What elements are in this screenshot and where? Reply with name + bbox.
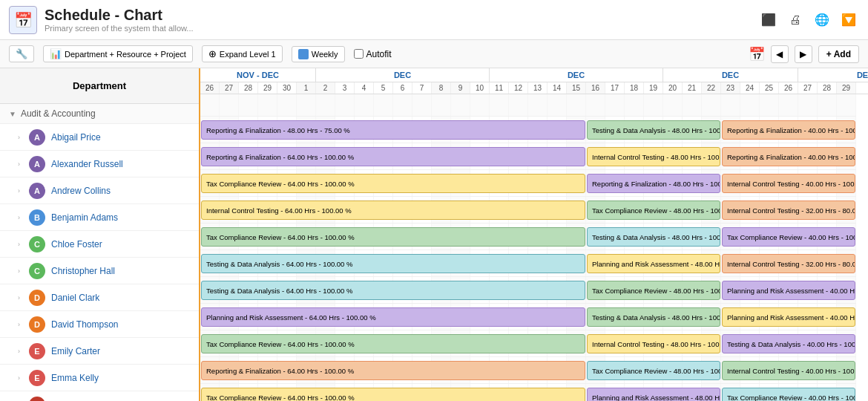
task-bar[interactable]: Testing & Data Analysis - 64.00 Hrs - 10…	[201, 281, 585, 300]
avatar: A	[29, 129, 45, 146]
toolbar: 🔧 📊 Department + Resource + Project ⊕ Ex…	[0, 40, 868, 68]
chart-row: Testing & Data Analysis - 64.00 Hrs - 10…	[200, 250, 856, 277]
task-bar[interactable]: Tax Compliance Review - 48.00 Hrs - 100.…	[587, 361, 720, 380]
autofit-container[interactable]: Autofit	[354, 49, 392, 59]
add-button[interactable]: + Add	[818, 45, 859, 63]
task-bar[interactable]: Tax Compliance Review - 64.00 Hrs - 100.…	[201, 174, 585, 193]
task-bar[interactable]: Planning and Risk Assessment - 40.00 Hrs…	[722, 281, 855, 300]
person-row[interactable]: › D David Thompson	[0, 311, 199, 338]
period-icon	[298, 49, 309, 59]
task-bar[interactable]: Internal Control Testing - 40.00 Hrs - 1…	[722, 174, 855, 193]
chart-row: Reporting & Finalization - 48.00 Hrs - 7…	[200, 117, 856, 143]
period-label: Weekly	[312, 50, 338, 59]
person-row[interactable]: › A Alexander Russell	[0, 151, 199, 177]
department-column-header: Department	[0, 68, 199, 104]
task-bar[interactable]: Reporting & Finalization - 64.00 Hrs - 1…	[201, 361, 585, 380]
day-cell: 28	[239, 82, 258, 94]
calendar-icon[interactable]: 📅	[749, 46, 765, 62]
row-expand-icon: ›	[18, 134, 20, 141]
task-bar[interactable]: Testing & Data Analysis - 64.00 Hrs - 10…	[201, 254, 585, 273]
task-bar[interactable]: Reporting & Finalization - 48.00 Hrs - 7…	[201, 120, 585, 140]
day-cell: 21	[683, 82, 702, 94]
task-bar[interactable]: Internal Control Testing - 64.00 Hrs - 1…	[201, 200, 585, 220]
avatar: C	[29, 263, 45, 279]
print-icon[interactable]: 🖨	[785, 10, 806, 30]
day-cell: 15	[567, 82, 586, 94]
task-bar[interactable]: Planning and Risk Assessment - 40.00 Hrs…	[722, 307, 855, 327]
task-bar[interactable]: Tax Compliance Review - 40.00 Hrs - 100.…	[722, 227, 855, 247]
day-cell: 27	[220, 82, 239, 94]
row-expand-icon: ›	[18, 214, 20, 221]
avatar: D	[29, 290, 45, 306]
row-expand-icon: ›	[18, 187, 20, 195]
task-bar[interactable]: Tax Compliance Review - 64.00 Hrs - 100.…	[201, 334, 585, 353]
export-icon[interactable]: ⬛	[758, 10, 779, 30]
person-row[interactable]: › E Emma Kelly	[0, 365, 199, 391]
month-row: NOV - DECDECDECDECDEC	[200, 68, 868, 82]
task-bar[interactable]: Tax Compliance Review - 48.00 Hrs - 100.…	[587, 200, 720, 220]
task-bar[interactable]: Tax Compliance Review - 40.00 Hrs - 100.…	[722, 388, 855, 401]
day-cell: 19	[644, 82, 663, 94]
person-row[interactable]: › A Andrew Collins	[0, 177, 199, 204]
person-row[interactable]: › D Daniel Clark	[0, 284, 199, 311]
task-bar[interactable]: Internal Control Testing - 40.00 Hrs - 1…	[722, 361, 855, 380]
task-bar[interactable]: Testing & Data Analysis - 48.00 Hrs - 10…	[587, 227, 720, 247]
chart-row: Reporting & Finalization - 64.00 Hrs - 1…	[200, 143, 856, 170]
task-bar[interactable]: Internal Control Testing - 32.00 Hrs - 8…	[722, 254, 855, 273]
task-bar[interactable]: Testing & Data Analysis - 48.00 Hrs - 10…	[587, 120, 720, 140]
expand-button[interactable]: ⊕ Expand Level 1	[202, 45, 283, 62]
task-bar[interactable]: Reporting & Finalization - 40.00 Hrs - 1…	[722, 147, 855, 166]
person-row[interactable]: › B Benjamin Adams	[0, 204, 199, 231]
people-list: › A Abigail Price › A Alexander Russell …	[0, 124, 199, 401]
dept-chart-row	[200, 94, 856, 117]
filter-group-button[interactable]: 📊 Department + Resource + Project	[43, 45, 193, 62]
task-bar[interactable]: Planning and Risk Assessment - 48.00 Hrs…	[587, 254, 720, 273]
person-row[interactable]: › C Chloe Foster	[0, 231, 199, 258]
person-row[interactable]: › E Emily Carter	[0, 338, 199, 365]
prev-button[interactable]: ◀	[771, 45, 789, 63]
task-bar[interactable]: Internal Control Testing - 32.00 Hrs - 8…	[722, 200, 855, 220]
chart-header: NOV - DECDECDECDECDEC 262728293012345678…	[200, 68, 868, 94]
person-row[interactable]: › H Hannah Lewis	[0, 391, 199, 401]
autofit-checkbox[interactable]	[354, 49, 364, 59]
chart-panel[interactable]: NOV - DECDECDECDECDEC 262728293012345678…	[200, 68, 868, 401]
day-cell: 2	[316, 82, 335, 94]
row-expand-icon: ›	[18, 374, 20, 382]
task-bar[interactable]: Reporting & Finalization - 40.00 Hrs - 1…	[722, 120, 855, 140]
header-right: ⬛ 🖨 🌐 🔽	[758, 10, 859, 30]
autofit-label: Autofit	[366, 49, 392, 59]
task-bar[interactable]: Reporting & Finalization - 48.00 Hrs - 1…	[587, 174, 720, 193]
app-header: 📅 Schedule - Chart Primary screen of the…	[0, 0, 868, 40]
tools-button[interactable]: 🔧	[9, 45, 34, 62]
task-bar[interactable]: Tax Compliance Review - 64.00 Hrs - 100.…	[201, 388, 585, 401]
task-bar[interactable]: Tax Compliance Review - 48.00 Hrs - 100.…	[587, 281, 720, 300]
avatar: B	[29, 209, 45, 226]
next-button[interactable]: ▶	[795, 45, 812, 63]
day-cell: 16	[586, 82, 605, 94]
day-cell: 27	[798, 82, 818, 94]
task-bar[interactable]: Planning and Risk Assessment - 64.00 Hrs…	[201, 307, 585, 327]
chart-row: Tax Compliance Review - 64.00 Hrs - 100.…	[200, 170, 856, 197]
task-bar[interactable]: Reporting & Finalization - 64.00 Hrs - 1…	[201, 147, 585, 166]
row-expand-icon: ›	[18, 267, 20, 275]
day-cell: 18	[625, 82, 644, 94]
globe-icon[interactable]: 🌐	[812, 10, 832, 30]
filter-icon[interactable]: 🔽	[838, 10, 859, 30]
task-bar[interactable]: Testing & Data Analysis - 40.00 Hrs - 10…	[722, 334, 855, 353]
person-row[interactable]: › A Abigail Price	[0, 124, 199, 151]
task-bar[interactable]: Planning and Risk Assessment - 48.00 Hrs…	[587, 388, 720, 401]
day-cell: 24	[740, 82, 760, 94]
task-bar[interactable]: Internal Control Testing - 48.00 Hrs - 1…	[587, 147, 720, 166]
chart-row: Tax Compliance Review - 64.00 Hrs - 100.…	[200, 384, 856, 401]
app-title: Schedule - Chart Primary screen of the s…	[45, 7, 194, 33]
day-cell: 4	[355, 82, 374, 94]
dept-group-audit[interactable]: ▼ Audit & Accounting	[0, 104, 199, 124]
period-button[interactable]: Weekly	[292, 46, 345, 62]
month-cell: DEC	[316, 68, 490, 82]
day-cell: 7	[412, 82, 432, 94]
task-bar[interactable]: Internal Control Testing - 48.00 Hrs - 1…	[587, 334, 720, 353]
task-bar[interactable]: Testing & Data Analysis - 48.00 Hrs - 10…	[587, 307, 720, 327]
task-bar[interactable]: Tax Compliance Review - 64.00 Hrs - 100.…	[201, 227, 585, 247]
person-name: Emma Kelly	[51, 373, 99, 383]
person-row[interactable]: › C Christopher Hall	[0, 258, 199, 284]
